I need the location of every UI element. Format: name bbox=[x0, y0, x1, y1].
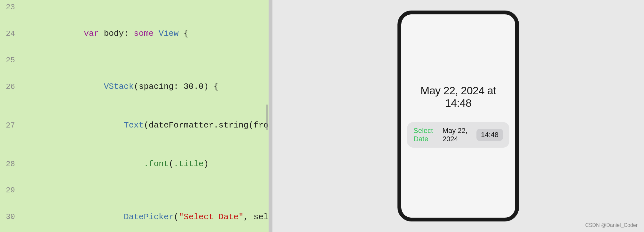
preview-section: May 22, 2024 at 14:48 Select Date May 22… bbox=[272, 0, 644, 232]
code-lines: 23 24 var body: some View { 25 26 VStack… bbox=[0, 0, 269, 232]
line-content: DatePicker("Select Date", selection: bbox=[21, 198, 269, 232]
code-line-30: 30 DatePicker("Select Date", selection: bbox=[0, 198, 269, 232]
phone-container: May 22, 2024 at 14:48 Select Date May 22… bbox=[391, 7, 525, 225]
code-line-28: 28 .font(.title) bbox=[0, 145, 269, 183]
line-content: .font(.title) bbox=[21, 145, 269, 183]
line-number: 24 bbox=[0, 28, 21, 40]
date-picker-row[interactable]: Select Date May 22, 2024 14:48 bbox=[407, 122, 509, 148]
code-line-29: 29 bbox=[0, 183, 269, 198]
code-editor: 23 24 var body: some View { 25 26 VStack… bbox=[0, 0, 269, 232]
code-line-25: 25 bbox=[0, 53, 269, 67]
watermark: CSDN @Daniel_Coder bbox=[585, 222, 638, 228]
line-content: Text(dateFormatter.string(from: selected… bbox=[21, 106, 269, 145]
editor-preview-divider bbox=[269, 0, 272, 232]
code-line-24: 24 var body: some View { bbox=[0, 14, 269, 53]
code-line-26: 26 VStack(spacing: 30.0) { bbox=[0, 67, 269, 106]
code-line-23: 23 bbox=[0, 0, 269, 14]
line-content: var body: some View { bbox=[21, 14, 269, 53]
line-number: 30 bbox=[0, 211, 21, 223]
line-number: 28 bbox=[0, 158, 21, 170]
code-line-27: 27 Text(dateFormatter.string(from: selec… bbox=[0, 106, 269, 145]
date-title: May 22, 2024 at 14:48 bbox=[408, 84, 509, 109]
line-number: 23 bbox=[0, 1, 21, 13]
line-number: 26 bbox=[0, 81, 21, 93]
line-content: VStack(spacing: 30.0) { bbox=[21, 67, 269, 106]
scrollbar[interactable] bbox=[266, 104, 268, 130]
date-picker-time[interactable]: 14:48 bbox=[476, 129, 503, 141]
date-picker-label: Select Date bbox=[413, 127, 443, 143]
phone-top-bar bbox=[401, 14, 515, 30]
line-number: 27 bbox=[0, 120, 21, 131]
date-picker-date: May 22, 2024 bbox=[443, 127, 476, 143]
phone-content: May 22, 2024 at 14:48 Select Date May 22… bbox=[401, 84, 515, 148]
line-number: 25 bbox=[0, 54, 21, 66]
line-number: 29 bbox=[0, 184, 21, 196]
phone-frame: May 22, 2024 at 14:48 Select Date May 22… bbox=[397, 11, 519, 221]
